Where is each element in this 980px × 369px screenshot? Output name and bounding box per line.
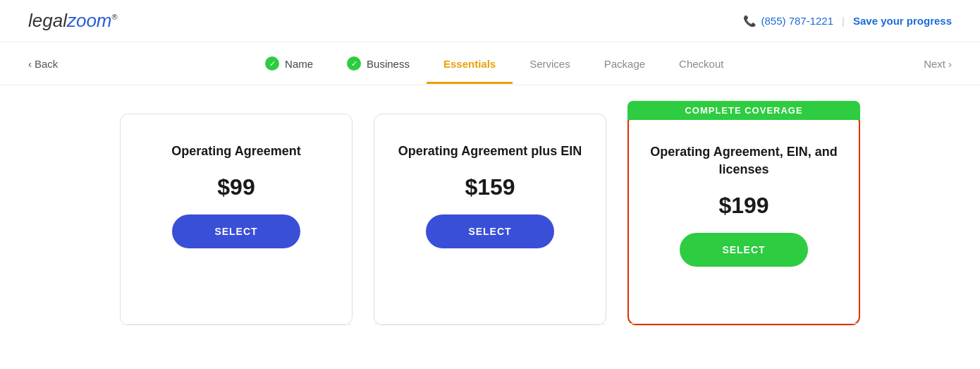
logo-trademark: ® (112, 13, 118, 21)
phone-number: (855) 787-1221 (761, 15, 833, 27)
nav-step-services[interactable]: Services (513, 44, 587, 84)
logo: legalzoom® (28, 10, 118, 32)
next-chevron-icon: › (948, 58, 952, 70)
header: legalzoom® 📞 (855) 787-1221 | Save your … (0, 0, 980, 42)
card-operating-agreement: Operating Agreement $99 SELECT (120, 114, 353, 325)
nav-step-business[interactable]: ✓ Business (330, 42, 427, 85)
nav-step-name[interactable]: ✓ Name (248, 42, 330, 85)
nav-step-business-label: Business (367, 58, 410, 70)
card1-price: $99 (217, 174, 255, 200)
back-chevron-icon: ‹ (28, 58, 32, 70)
card3-title: Operating Agreement, EIN, and licenses (650, 143, 838, 179)
card1-divider (121, 324, 352, 325)
back-label: Back (35, 58, 58, 70)
nav-step-package[interactable]: Package (587, 44, 662, 84)
header-divider: | (842, 15, 845, 27)
main-content: Operating Agreement $99 SELECT Operating… (0, 85, 980, 353)
back-button[interactable]: ‹ Back (28, 45, 58, 83)
nav-step-checkout[interactable]: Checkout (662, 44, 740, 84)
nav-step-essentials[interactable]: Essentials (427, 44, 513, 84)
nav-steps: ✓ Name ✓ Business Essentials Services Pa… (79, 42, 909, 85)
card2-select-button[interactable]: SELECT (426, 214, 553, 248)
name-check-icon: ✓ (265, 56, 279, 71)
header-right: 📞 (855) 787-1221 | Save your progress (743, 15, 952, 28)
card3-divider (629, 323, 859, 324)
card-complete-coverage: COMPLETE COVERAGE Operating Agreement, E… (627, 114, 860, 325)
next-button[interactable]: Next › (924, 45, 952, 83)
next-label: Next (924, 58, 945, 70)
card-operating-agreement-ein: Operating Agreement plus EIN $159 SELECT (374, 114, 606, 325)
card3-price: $199 (718, 193, 768, 219)
nav-step-services-label: Services (529, 58, 570, 70)
logo-legal-text: legal (28, 10, 67, 31)
card2-title: Operating Agreement plus EIN (398, 143, 582, 160)
card1-title: Operating Agreement (171, 143, 300, 160)
phone-icon: 📞 (743, 15, 757, 28)
phone-link[interactable]: 📞 (855) 787-1221 (743, 15, 833, 28)
business-check-icon: ✓ (347, 56, 361, 71)
nav-step-package-label: Package (604, 58, 645, 70)
complete-coverage-badge: COMPLETE COVERAGE (627, 101, 860, 120)
nav-step-name-label: Name (285, 58, 313, 70)
card2-divider (374, 324, 606, 325)
nav-step-checkout-label: Checkout (679, 58, 723, 70)
nav: ‹ Back ✓ Name ✓ Business Essentials Serv… (0, 42, 980, 85)
save-progress-link[interactable]: Save your progress (853, 15, 952, 27)
nav-step-essentials-label: Essentials (443, 58, 496, 70)
logo-zoom-text: zoom (67, 10, 112, 31)
card2-price: $159 (465, 174, 515, 200)
card1-select-button[interactable]: SELECT (172, 214, 300, 248)
card3-select-button[interactable]: SELECT (680, 233, 807, 267)
